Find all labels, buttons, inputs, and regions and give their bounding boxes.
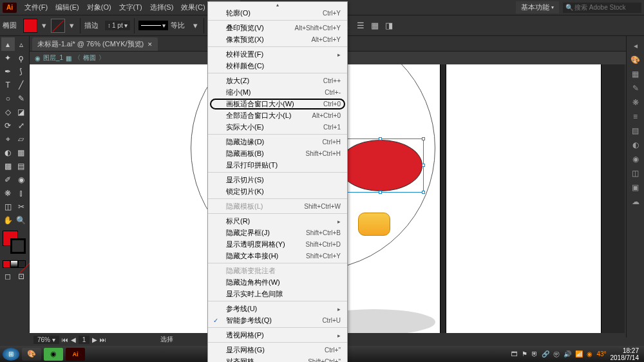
chevron-down-icon[interactable]: ▾	[68, 19, 76, 32]
handle-mr[interactable]	[422, 164, 425, 167]
tray-network-icon[interactable]: 🔗	[542, 350, 549, 357]
brushes-panel-icon[interactable]: ✎	[632, 84, 639, 93]
zoom-level[interactable]: 76% ▾	[33, 336, 59, 344]
stroke-well[interactable]	[10, 238, 26, 254]
brush-tool[interactable]: ✎	[15, 91, 28, 105]
workspace-selector[interactable]: 基本功能▾	[516, 1, 559, 14]
more-icon[interactable]: ☰	[355, 19, 366, 32]
uniform-label[interactable]: 等比	[171, 21, 185, 30]
gradient-tool[interactable]: ▤	[15, 159, 28, 173]
transparency-panel-icon[interactable]: ◐	[632, 140, 639, 149]
tray-volume-icon[interactable]: 🔊	[564, 350, 571, 357]
ellipse-tool[interactable]: ○	[1, 91, 15, 105]
stroke-swatch[interactable]	[51, 19, 65, 33]
scale-tool[interactable]: ⤢	[15, 119, 28, 132]
menu-item[interactable]: 隐藏定界框(J)Shift+Ctrl+B	[208, 227, 347, 238]
menu-item[interactable]: 参考线(U)	[208, 303, 347, 314]
stroke-width[interactable]: ↕ 1 pt ▾	[105, 21, 130, 30]
column-graph-tool[interactable]: ⫿	[15, 186, 28, 200]
gradient-panel-icon[interactable]: ▤	[632, 126, 639, 135]
chevron-down-icon[interactable]: ▾	[40, 19, 48, 32]
taskbar-app-360[interactable]: ◉	[44, 348, 63, 361]
menu-item[interactable]: 校样颜色(C)	[208, 60, 347, 71]
menu-item[interactable]: 隐藏边角构件(W)	[208, 276, 347, 288]
eyedropper-tool[interactable]: ✐	[1, 173, 15, 186]
menu-文件[interactable]: 文件(F)	[21, 1, 52, 14]
nav-last-icon[interactable]: ⏭	[100, 336, 106, 343]
menu-item[interactable]: 画板适合窗口大小(W)Ctrl+0	[208, 98, 347, 110]
width-tool[interactable]: ⌖	[1, 132, 15, 146]
free-transform-tool[interactable]: ▱	[15, 132, 28, 146]
close-icon[interactable]: ✕	[147, 41, 153, 48]
menu-item[interactable]: 实际大小(E)Ctrl+1	[208, 121, 347, 133]
menu-item[interactable]: 隐藏画板(B)Shift+Ctrl+H	[208, 148, 347, 159]
line-tool[interactable]: ╱	[15, 78, 28, 91]
pen-tool[interactable]: ✒	[1, 64, 15, 78]
menu-item[interactable]: 叠印预览(V)Alt+Shift+Ctrl+Y	[208, 22, 347, 33]
menu-对象[interactable]: 对象(O)	[83, 1, 115, 14]
handle-br[interactable]	[422, 191, 425, 194]
menu-item[interactable]: 缩小(M)Ctrl+-	[208, 86, 347, 98]
magic-wand-tool[interactable]: ✦	[1, 51, 15, 64]
tray-battery-icon[interactable]: 🗔	[511, 350, 518, 357]
mesh-tool[interactable]: ▩	[1, 159, 15, 173]
start-button[interactable]: ⊞	[3, 348, 19, 361]
artboard-tool[interactable]: ◫	[1, 200, 15, 213]
taskbar-app-ai[interactable]: Ai	[66, 348, 85, 361]
color-wells[interactable]	[3, 231, 27, 255]
type-tool[interactable]: T	[1, 78, 15, 91]
menu-item[interactable]: 标尺(R)	[208, 215, 347, 227]
libraries-panel-icon[interactable]: ☁	[632, 197, 639, 206]
direct-selection-tool[interactable]: ▵	[15, 37, 28, 51]
menu-选择[interactable]: 选择(S)	[146, 1, 178, 14]
perspective-grid-tool[interactable]: ▦	[15, 146, 28, 159]
curvature-tool[interactable]: ⟆	[15, 64, 28, 78]
handle-tr[interactable]	[422, 137, 425, 140]
menu-item[interactable]: 显示切片(S)	[208, 174, 347, 186]
nav-prev-icon[interactable]: ◀	[71, 336, 76, 343]
zoom-tool[interactable]: 🔍	[15, 213, 28, 227]
nav-first-icon[interactable]: ⏮	[62, 336, 68, 343]
grid-icon[interactable]: ▦	[369, 19, 381, 32]
slice-tool[interactable]: ✂	[15, 200, 28, 213]
dock-expand-icon[interactable]: ◂	[634, 41, 638, 50]
taskbar-clock[interactable]: 18:272018/7/14	[611, 347, 639, 361]
nav-next-icon[interactable]: ▶	[92, 336, 97, 343]
rotate-tool[interactable]: ⟳	[1, 119, 15, 132]
menu-item[interactable]: 像素预览(X)Alt+Ctrl+Y	[208, 33, 347, 45]
document-tab[interactable]: 未标题-1.ai* @ 76% (CMYK/预览) ✕	[32, 37, 158, 51]
menu-item[interactable]: 显示打印拼贴(T)	[208, 159, 347, 171]
handle-tm[interactable]	[379, 137, 382, 140]
artboard-index[interactable]: 1	[79, 336, 90, 344]
tray-shield-icon[interactable]: ⛨	[531, 350, 538, 357]
menu-编辑[interactable]: 编辑(E)	[52, 1, 83, 14]
tray-orb-icon[interactable]: ◉	[587, 350, 592, 357]
symbols-panel-icon[interactable]: ❋	[632, 98, 639, 107]
menu-效果[interactable]: 效果(C)	[177, 1, 209, 14]
tray-ime-icon[interactable]: ㊥	[553, 350, 560, 359]
handle-bm[interactable]	[379, 191, 382, 194]
eraser-tool[interactable]: ◪	[15, 105, 28, 119]
menu-item[interactable]: 校样设置(F)	[208, 48, 347, 60]
search-input[interactable]	[574, 4, 639, 11]
menu-item[interactable]: 放大(Z)Ctrl++	[208, 75, 347, 86]
settings-icon[interactable]: ◨	[383, 19, 395, 32]
hand-tool[interactable]: ✋	[1, 213, 15, 227]
layers-panel-icon[interactable]: ▣	[632, 183, 639, 192]
lasso-tool[interactable]: ϙ	[15, 51, 28, 64]
graphic-styles-panel-icon[interactable]: ◫	[632, 169, 639, 178]
menu-item[interactable]: 轮廓(O)Ctrl+Y	[208, 7, 347, 19]
menu-item[interactable]: 显示网格(G)Ctrl+"	[208, 344, 347, 356]
stroke-panel-icon[interactable]: ≡	[633, 112, 638, 121]
fill-swatch[interactable]	[23, 19, 37, 33]
shape-builder-tool[interactable]: ◐	[1, 146, 15, 159]
artboard-2[interactable]	[446, 64, 601, 333]
menu-item[interactable]: 透视网格(P)	[208, 329, 347, 341]
tray-wifi-icon[interactable]: 📶	[575, 350, 583, 357]
menu-item[interactable]: 隐藏边缘(D)Ctrl+H	[208, 136, 347, 148]
blend-tool[interactable]: ◉	[15, 173, 28, 186]
menu-item[interactable]: ✓智能参考线(Q)Ctrl+U	[208, 314, 347, 326]
menu-item[interactable]: 显示透明度网格(Y)Shift+Ctrl+D	[208, 238, 347, 250]
appearance-panel-icon[interactable]: ◉	[632, 155, 639, 164]
menu-item[interactable]: 显示实时上色间隙	[208, 288, 347, 300]
